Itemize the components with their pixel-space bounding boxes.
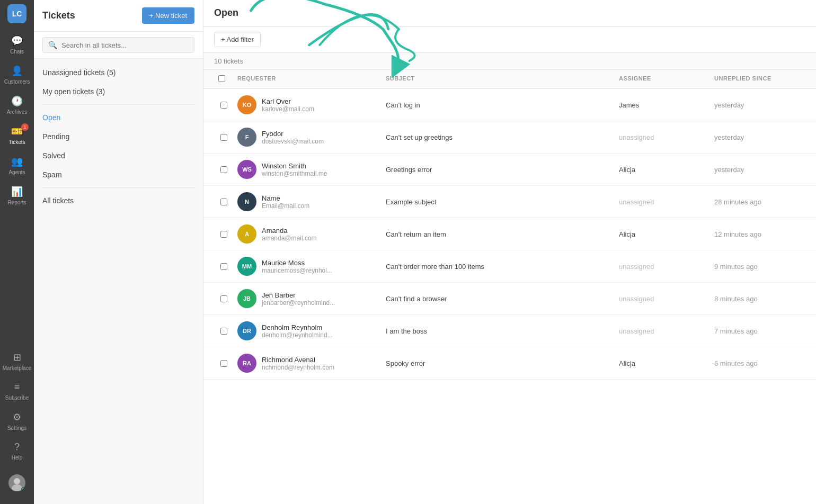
select-all-checkbox[interactable] [218,75,225,82]
requester-info: Denholm Reynholm denholm@reynholmind... [262,323,333,339]
filter-bar: + Add filter [203,26,816,53]
unreplied-cell: yesterday [710,159,805,180]
row-checkbox-cell [214,224,233,244]
main-title: Open [214,7,238,19]
requester-info: Winston Smith winston@smithmail.me [262,162,327,177]
nav-item-solved[interactable]: Solved [34,146,203,165]
subject-cell: I am the boss [382,321,615,341]
requester-email: jenbarber@reynholmind... [262,299,335,307]
ticket-rows: KO Karl Over karlove@mail.com Can't log … [203,89,816,380]
reports-icon: 📊 [11,186,23,197]
row-checkbox[interactable] [220,360,227,367]
requester-info: Karl Over karlove@mail.com [262,97,314,113]
requester-email: amanda@mail.com [262,235,317,242]
ticket-count: 10 tickets [203,53,816,70]
row-checkbox-cell [214,354,233,373]
row-checkbox-cell [214,289,233,309]
table-row[interactable]: WS Winston Smith winston@smithmail.me Gr… [203,154,816,186]
row-checkbox[interactable] [220,166,227,173]
table-row[interactable]: RA Richmond Avenal richmond@reynholm.com… [203,347,816,380]
requester-email: richmond@reynholm.com [262,364,334,371]
unreplied-cell: 7 minutes ago [710,321,805,341]
assignee-cell: Alicja [615,224,710,245]
requester-cell: DR Denholm Reynholm denholm@reynholmind.… [233,315,382,347]
nav-divider-1 [42,104,194,105]
requester-email: dostoevski@mail.com [262,138,324,145]
avatar: DR [237,321,256,340]
nav-section: Unassigned tickets (5) My open tickets (… [34,59,203,214]
nav-item-spam[interactable]: Spam [34,165,203,184]
sidebar-item-tickets[interactable]: 🎫 Tickets 1 [0,120,34,150]
row-checkbox[interactable] [220,328,227,335]
sidebar-item-label: Marketplace [3,365,31,371]
requester-cell: KO Karl Over karlove@mail.com [233,89,382,121]
app-logo: LC [7,4,26,23]
requester-info: Amanda amanda@mail.com [262,227,317,242]
table-row[interactable]: F Fyodor dostoevski@mail.com Can't set u… [203,121,816,154]
sidebar-item-label: Reports [7,200,26,205]
avatar: KO [237,95,256,114]
unreplied-cell: 6 minutes ago [710,353,805,374]
nav-item-all[interactable]: All tickets [34,191,203,210]
left-header: Tickets + New ticket [34,0,203,32]
nav-divider-2 [42,187,194,188]
sidebar-item-label: Settings [7,425,26,431]
assignee-cell: unassigned [615,192,710,212]
sidebar-item-archives[interactable]: 🕐 Archives [0,90,34,120]
row-checkbox-cell [214,192,233,212]
sidebar-item-agents[interactable]: 👥 Agents [0,150,34,181]
assignee-cell: Alicja [615,159,710,180]
requester-cell: WS Winston Smith winston@smithmail.me [233,154,382,185]
panel-title: Tickets [42,10,75,21]
row-checkbox[interactable] [220,102,227,109]
avatar: F [237,128,256,147]
sidebar-item-customers[interactable]: 👤 Customers [0,60,34,90]
user-avatar[interactable] [8,474,25,491]
table-row[interactable]: N Name Email@mail.com Example subject un… [203,186,816,218]
requester-name: Jen Barber [262,291,335,299]
sidebar-item-label: Tickets [8,139,25,145]
row-checkbox[interactable] [220,231,227,238]
nav-item-unassigned[interactable]: Unassigned tickets (5) [34,63,203,82]
assignee-cell: unassigned [615,289,710,309]
row-checkbox[interactable] [220,199,227,205]
sidebar-item-marketplace[interactable]: ⊞ Marketplace [0,346,34,376]
table-row[interactable]: MM Maurice Moss mauricemoss@reynhol... C… [203,250,816,283]
subject-cell: Spooky error [382,353,615,374]
row-checkbox-cell [214,95,233,115]
row-checkbox[interactable] [220,263,227,270]
sidebar-item-subscribe[interactable]: ≡ Subscribe [0,376,34,406]
nav-item-my-open[interactable]: My open tickets (3) [34,82,203,101]
svg-point-1 [14,478,20,484]
sidebar-item-help[interactable]: ? Help [0,436,34,466]
requester-info: Maurice Moss mauricemoss@reynhol... [262,259,332,274]
nav-item-open[interactable]: Open [34,108,203,127]
subject-cell: Example subject [382,192,615,212]
subject-cell: Greetings error [382,159,615,180]
nav-item-pending[interactable]: Pending [34,127,203,146]
chats-icon: 💬 [11,35,23,47]
requester-cell: F Fyodor dostoevski@mail.com [233,121,382,153]
table-row[interactable]: KO Karl Over karlove@mail.com Can't log … [203,89,816,121]
archives-icon: 🕐 [11,95,23,107]
new-ticket-button[interactable]: + New ticket [142,7,194,24]
row-checkbox[interactable] [220,295,227,302]
customers-icon: 👤 [11,65,23,77]
unreplied-cell: yesterday [710,95,805,115]
table-row[interactable]: A Amanda amanda@mail.com Can't return an… [203,218,816,250]
unreplied-cell: yesterday [710,127,805,148]
requester-email: denholm@reynholmind... [262,331,333,339]
search-input[interactable] [61,41,189,49]
sidebar-item-chats[interactable]: 💬 Chats [0,30,34,60]
row-checkbox[interactable] [220,134,227,141]
sidebar: LC 💬 Chats 👤 Customers 🕐 Archives 🎫 Tick… [0,0,34,504]
sidebar-item-settings[interactable]: ⚙ Settings [0,406,34,436]
table-row[interactable]: DR Denholm Reynholm denholm@reynholmind.… [203,315,816,347]
th-unreplied: UNREPLIED SINCE [710,70,805,88]
table-row[interactable]: JB Jen Barber jenbarber@reynholmind... C… [203,283,816,315]
add-filter-button[interactable]: + Add filter [214,32,261,47]
sidebar-item-reports[interactable]: 📊 Reports [0,181,34,211]
search-box: 🔍 [34,32,203,59]
search-icon: 🔍 [48,41,57,49]
assignee-cell: Alicja [615,353,710,374]
